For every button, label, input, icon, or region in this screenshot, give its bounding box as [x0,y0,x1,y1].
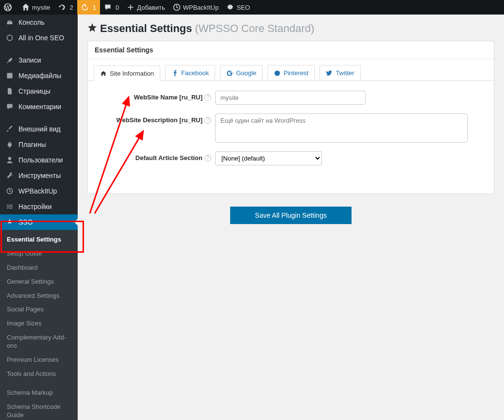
svg-point-3 [274,70,280,76]
menu-posts[interactable]: Записи [0,52,78,68]
sso-icon [5,218,15,226]
menu-comments[interactable]: Комментарии [0,99,78,114]
submenu-tools-actions[interactable]: Tools and Actions [0,367,78,381]
menu-label: Комментарии [18,103,61,111]
menu-settings[interactable]: Настройки [0,199,78,214]
tab-label: Google [236,69,256,77]
postbox-title: Essential Settings [88,41,494,59]
wpbackitup-label: WPBackItUp [183,4,219,11]
article-section-label: Default Article Section [135,154,202,162]
tab-site-information[interactable]: Site Information [94,65,160,81]
wp-logo[interactable] [0,0,18,15]
submenu-premium-licenses[interactable]: Premium Licenses [0,353,78,367]
sliders-icon [5,203,15,210]
refresh-link[interactable]: 2 [54,0,77,15]
menu-console[interactable]: Консоль [0,15,78,30]
menu-aioseo[interactable]: All in One SEO [0,30,78,46]
help-icon[interactable]: ? [204,117,211,124]
row-website-name: WebSite Name [ru_RU]? [94,91,488,105]
svg-point-1 [7,35,12,40]
save-row: Save All Plugin Settings [78,194,504,237]
tab-pinterest[interactable]: Pinterest [268,65,315,81]
menu-users[interactable]: Пользователи [0,152,78,168]
seo-label: SEO [236,4,250,11]
submenu-social-pages[interactable]: Social Pages [0,303,78,317]
media-icon [5,72,15,80]
menu-appearance[interactable]: Внешний вид [0,121,78,137]
comment-icon [104,3,112,11]
comment-icon [5,103,15,111]
comments-count: 0 [116,4,119,11]
pin-icon [5,56,15,64]
menu-pages[interactable]: Страницы [0,83,78,99]
submenu-setup-guide[interactable]: Setup Guide [0,247,78,261]
menu-label: Консоль [18,18,45,26]
add-new-link[interactable]: Добавить [123,0,168,15]
menu-label: Внешний вид [18,125,61,133]
tab-twitter[interactable]: Twitter [319,65,360,81]
admin-bar: mysite 2 1 0 Добавить WPBackItUp SEO [0,0,504,15]
dashboard-icon [5,18,15,26]
site-name-link[interactable]: mysite [18,0,54,15]
menu-media[interactable]: Медиафайлы [0,68,78,83]
tab-label: Pinterest [284,69,308,77]
google-icon [226,70,233,77]
updates-icon [81,3,89,11]
website-name-label: WebSite Name [ru_RU] [134,94,202,101]
menu-label: Плагины [18,141,46,148]
menu-label: Страницы [18,87,50,95]
aioseo-icon [5,34,15,42]
website-name-input[interactable] [215,91,366,105]
help-icon[interactable]: ? [204,94,211,101]
submenu-essential-settings[interactable]: Essential Settings [0,233,78,247]
wpbackitup-link[interactable]: WPBackItUp [169,0,223,15]
page-icon [5,87,15,95]
menu-label: Инструменты [18,172,61,179]
menu-label: Медиафайлы [18,72,61,80]
brush-icon [5,125,15,133]
updates-link[interactable]: 1 [77,0,100,15]
menu-label: WPBackItUp [18,187,57,195]
form-area: WebSite Name [ru_RU]? WebSite Descriptio… [88,81,494,194]
website-desc-input[interactable]: Ещё один сайт на WordPress [215,113,468,143]
save-button[interactable]: Save All Plugin Settings [230,207,352,224]
tab-label: Twitter [336,69,354,77]
submenu-complementary-addons[interactable]: Complementary Add-ons [0,331,78,353]
comments-link[interactable]: 0 [100,0,123,15]
refresh-icon [58,3,66,11]
page-title: Essential Settings [100,22,192,35]
plug-icon [5,141,15,148]
menu-wpbackitup[interactable]: WPBackItUp [0,183,78,199]
submenu-advanced-settings[interactable]: Advanced Settings [0,289,78,303]
gear-icon [226,3,234,11]
menu-label: Настройки [18,203,52,210]
help-icon[interactable]: ? [204,155,211,162]
menu-sso[interactable]: SSO [0,214,78,230]
article-section-select[interactable]: [None] (default) [215,151,322,165]
facebook-icon [171,70,178,77]
tabs: Site Information Facebook Google Pintere… [88,59,494,81]
updates-count: 1 [93,4,96,11]
wrench-icon [5,172,15,179]
seo-link[interactable]: SEO [222,0,253,15]
submenu-image-sizes[interactable]: Image Sizes [0,317,78,331]
tab-facebook[interactable]: Facebook [165,65,215,81]
home-icon [100,70,107,77]
submenu-schema-shortcode[interactable]: Schema Shortcode Guide [0,400,78,420]
submenu-dashboard[interactable]: Dashboard [0,261,78,275]
twitter-icon [326,70,333,77]
submenu-schema-markup[interactable]: Schema Markup [0,386,78,400]
tab-google[interactable]: Google [220,65,263,81]
refresh-count: 2 [70,4,73,11]
admin-sidebar: Консоль All in One SEO Записи Медиафайлы… [0,15,78,420]
menu-plugins[interactable]: Плагины [0,137,78,152]
sso-submenu: Essential Settings Setup Guide Dashboard… [0,230,78,420]
submenu-general-settings[interactable]: General Settings [0,275,78,289]
page-header: Essential Settings (WPSSO Core Standard) [78,15,504,41]
wordpress-icon [4,3,12,11]
menu-tools[interactable]: Инструменты [0,168,78,183]
plus-icon [127,3,134,11]
pinterest-icon [274,70,281,77]
content-area: Essential Settings (WPSSO Core Standard)… [78,15,504,420]
site-name-label: mysite [32,4,50,11]
